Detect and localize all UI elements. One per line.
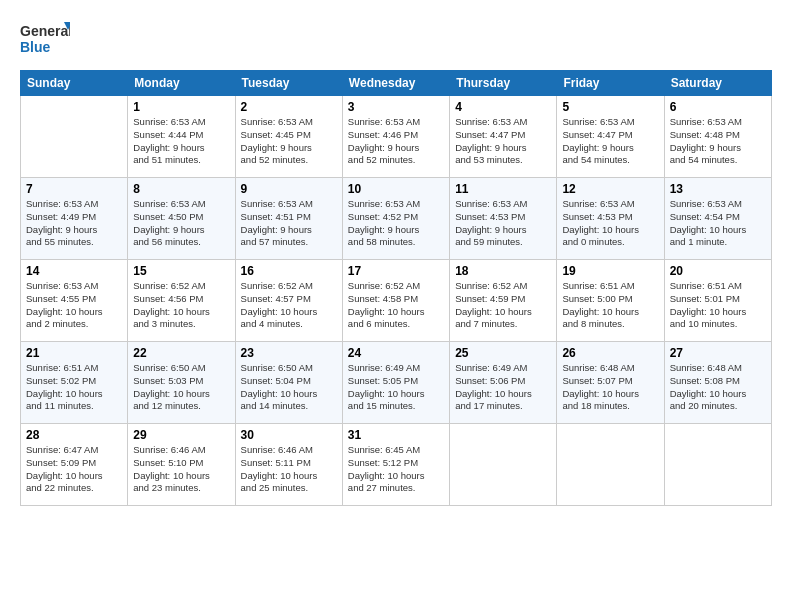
- day-cell: 28Sunrise: 6:47 AM Sunset: 5:09 PM Dayli…: [21, 424, 128, 506]
- day-number: 25: [455, 346, 551, 360]
- header-cell-saturday: Saturday: [664, 71, 771, 96]
- day-cell: 26Sunrise: 6:48 AM Sunset: 5:07 PM Dayli…: [557, 342, 664, 424]
- day-number: 4: [455, 100, 551, 114]
- day-cell: 14Sunrise: 6:53 AM Sunset: 4:55 PM Dayli…: [21, 260, 128, 342]
- header-cell-thursday: Thursday: [450, 71, 557, 96]
- header-cell-monday: Monday: [128, 71, 235, 96]
- day-info: Sunrise: 6:51 AM Sunset: 5:00 PM Dayligh…: [562, 280, 658, 331]
- day-info: Sunrise: 6:52 AM Sunset: 4:59 PM Dayligh…: [455, 280, 551, 331]
- day-cell: 29Sunrise: 6:46 AM Sunset: 5:10 PM Dayli…: [128, 424, 235, 506]
- day-cell: 15Sunrise: 6:52 AM Sunset: 4:56 PM Dayli…: [128, 260, 235, 342]
- week-row-2: 7Sunrise: 6:53 AM Sunset: 4:49 PM Daylig…: [21, 178, 772, 260]
- day-number: 20: [670, 264, 766, 278]
- day-cell: 24Sunrise: 6:49 AM Sunset: 5:05 PM Dayli…: [342, 342, 449, 424]
- day-info: Sunrise: 6:49 AM Sunset: 5:06 PM Dayligh…: [455, 362, 551, 413]
- day-info: Sunrise: 6:47 AM Sunset: 5:09 PM Dayligh…: [26, 444, 122, 495]
- day-number: 3: [348, 100, 444, 114]
- day-cell: 11Sunrise: 6:53 AM Sunset: 4:53 PM Dayli…: [450, 178, 557, 260]
- day-cell: 6Sunrise: 6:53 AM Sunset: 4:48 PM Daylig…: [664, 96, 771, 178]
- day-number: 14: [26, 264, 122, 278]
- day-number: 15: [133, 264, 229, 278]
- day-info: Sunrise: 6:53 AM Sunset: 4:55 PM Dayligh…: [26, 280, 122, 331]
- day-cell: 9Sunrise: 6:53 AM Sunset: 4:51 PM Daylig…: [235, 178, 342, 260]
- day-cell: 22Sunrise: 6:50 AM Sunset: 5:03 PM Dayli…: [128, 342, 235, 424]
- week-row-3: 14Sunrise: 6:53 AM Sunset: 4:55 PM Dayli…: [21, 260, 772, 342]
- day-info: Sunrise: 6:48 AM Sunset: 5:07 PM Dayligh…: [562, 362, 658, 413]
- week-row-5: 28Sunrise: 6:47 AM Sunset: 5:09 PM Dayli…: [21, 424, 772, 506]
- day-info: Sunrise: 6:53 AM Sunset: 4:47 PM Dayligh…: [455, 116, 551, 167]
- day-number: 12: [562, 182, 658, 196]
- logo-svg: General Blue: [20, 18, 70, 60]
- header-cell-tuesday: Tuesday: [235, 71, 342, 96]
- logo: General Blue: [20, 18, 70, 60]
- day-cell: 4Sunrise: 6:53 AM Sunset: 4:47 PM Daylig…: [450, 96, 557, 178]
- day-cell: 18Sunrise: 6:52 AM Sunset: 4:59 PM Dayli…: [450, 260, 557, 342]
- svg-text:Blue: Blue: [20, 39, 51, 55]
- day-info: Sunrise: 6:52 AM Sunset: 4:56 PM Dayligh…: [133, 280, 229, 331]
- day-cell: 17Sunrise: 6:52 AM Sunset: 4:58 PM Dayli…: [342, 260, 449, 342]
- day-info: Sunrise: 6:53 AM Sunset: 4:46 PM Dayligh…: [348, 116, 444, 167]
- day-info: Sunrise: 6:51 AM Sunset: 5:02 PM Dayligh…: [26, 362, 122, 413]
- day-number: 13: [670, 182, 766, 196]
- day-number: 27: [670, 346, 766, 360]
- day-number: 9: [241, 182, 337, 196]
- day-cell: 3Sunrise: 6:53 AM Sunset: 4:46 PM Daylig…: [342, 96, 449, 178]
- day-info: Sunrise: 6:49 AM Sunset: 5:05 PM Dayligh…: [348, 362, 444, 413]
- day-cell: 5Sunrise: 6:53 AM Sunset: 4:47 PM Daylig…: [557, 96, 664, 178]
- day-number: 22: [133, 346, 229, 360]
- day-cell: 10Sunrise: 6:53 AM Sunset: 4:52 PM Dayli…: [342, 178, 449, 260]
- day-number: 17: [348, 264, 444, 278]
- day-cell: 21Sunrise: 6:51 AM Sunset: 5:02 PM Dayli…: [21, 342, 128, 424]
- day-number: 31: [348, 428, 444, 442]
- header-cell-wednesday: Wednesday: [342, 71, 449, 96]
- day-info: Sunrise: 6:53 AM Sunset: 4:50 PM Dayligh…: [133, 198, 229, 249]
- header-row: SundayMondayTuesdayWednesdayThursdayFrid…: [21, 71, 772, 96]
- day-cell: 25Sunrise: 6:49 AM Sunset: 5:06 PM Dayli…: [450, 342, 557, 424]
- day-info: Sunrise: 6:53 AM Sunset: 4:53 PM Dayligh…: [562, 198, 658, 249]
- day-cell: 8Sunrise: 6:53 AM Sunset: 4:50 PM Daylig…: [128, 178, 235, 260]
- day-cell: 13Sunrise: 6:53 AM Sunset: 4:54 PM Dayli…: [664, 178, 771, 260]
- day-cell: 30Sunrise: 6:46 AM Sunset: 5:11 PM Dayli…: [235, 424, 342, 506]
- day-number: 19: [562, 264, 658, 278]
- day-info: Sunrise: 6:50 AM Sunset: 5:04 PM Dayligh…: [241, 362, 337, 413]
- day-cell: [557, 424, 664, 506]
- day-number: 8: [133, 182, 229, 196]
- day-cell: 19Sunrise: 6:51 AM Sunset: 5:00 PM Dayli…: [557, 260, 664, 342]
- svg-text:General: General: [20, 23, 70, 39]
- day-cell: 16Sunrise: 6:52 AM Sunset: 4:57 PM Dayli…: [235, 260, 342, 342]
- day-info: Sunrise: 6:53 AM Sunset: 4:54 PM Dayligh…: [670, 198, 766, 249]
- day-info: Sunrise: 6:46 AM Sunset: 5:10 PM Dayligh…: [133, 444, 229, 495]
- day-number: 24: [348, 346, 444, 360]
- day-info: Sunrise: 6:46 AM Sunset: 5:11 PM Dayligh…: [241, 444, 337, 495]
- day-info: Sunrise: 6:45 AM Sunset: 5:12 PM Dayligh…: [348, 444, 444, 495]
- day-cell: 1Sunrise: 6:53 AM Sunset: 4:44 PM Daylig…: [128, 96, 235, 178]
- day-cell: 12Sunrise: 6:53 AM Sunset: 4:53 PM Dayli…: [557, 178, 664, 260]
- day-cell: 7Sunrise: 6:53 AM Sunset: 4:49 PM Daylig…: [21, 178, 128, 260]
- page: General Blue SundayMondayTuesdayWednesda…: [0, 0, 792, 612]
- day-number: 29: [133, 428, 229, 442]
- day-info: Sunrise: 6:53 AM Sunset: 4:49 PM Dayligh…: [26, 198, 122, 249]
- week-row-1: 1Sunrise: 6:53 AM Sunset: 4:44 PM Daylig…: [21, 96, 772, 178]
- day-info: Sunrise: 6:52 AM Sunset: 4:57 PM Dayligh…: [241, 280, 337, 331]
- calendar-table: SundayMondayTuesdayWednesdayThursdayFrid…: [20, 70, 772, 506]
- day-info: Sunrise: 6:51 AM Sunset: 5:01 PM Dayligh…: [670, 280, 766, 331]
- day-info: Sunrise: 6:50 AM Sunset: 5:03 PM Dayligh…: [133, 362, 229, 413]
- day-cell: 20Sunrise: 6:51 AM Sunset: 5:01 PM Dayli…: [664, 260, 771, 342]
- day-cell: 2Sunrise: 6:53 AM Sunset: 4:45 PM Daylig…: [235, 96, 342, 178]
- header: General Blue: [20, 18, 772, 60]
- day-cell: [664, 424, 771, 506]
- day-info: Sunrise: 6:53 AM Sunset: 4:45 PM Dayligh…: [241, 116, 337, 167]
- day-number: 28: [26, 428, 122, 442]
- day-cell: 23Sunrise: 6:50 AM Sunset: 5:04 PM Dayli…: [235, 342, 342, 424]
- week-row-4: 21Sunrise: 6:51 AM Sunset: 5:02 PM Dayli…: [21, 342, 772, 424]
- day-cell: [450, 424, 557, 506]
- day-number: 1: [133, 100, 229, 114]
- day-info: Sunrise: 6:48 AM Sunset: 5:08 PM Dayligh…: [670, 362, 766, 413]
- header-cell-friday: Friday: [557, 71, 664, 96]
- day-number: 30: [241, 428, 337, 442]
- day-number: 16: [241, 264, 337, 278]
- day-number: 7: [26, 182, 122, 196]
- day-number: 10: [348, 182, 444, 196]
- day-cell: 27Sunrise: 6:48 AM Sunset: 5:08 PM Dayli…: [664, 342, 771, 424]
- day-number: 26: [562, 346, 658, 360]
